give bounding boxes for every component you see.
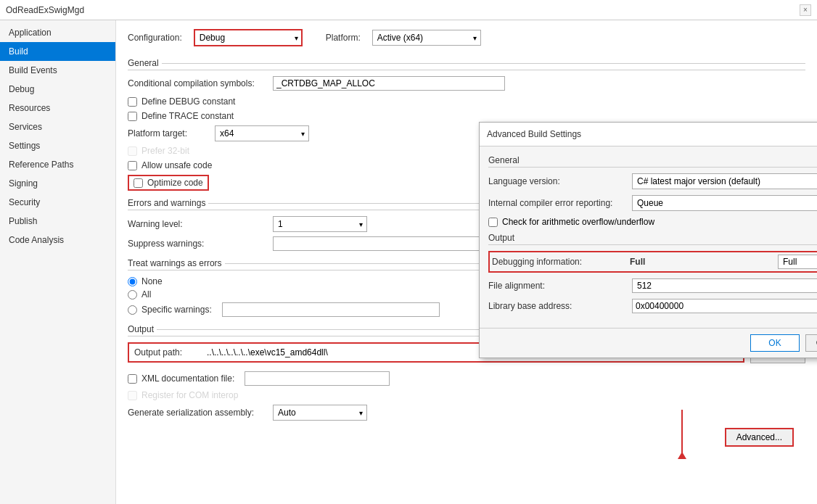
sidebar-item-resources[interactable]: Resources bbox=[0, 99, 115, 117]
conditional-input[interactable] bbox=[273, 76, 505, 91]
platform-select[interactable]: Active (x64) bbox=[372, 30, 481, 46]
output-path-label: Output path: bbox=[131, 347, 204, 358]
language-version-row: Language version: C# latest major versio… bbox=[488, 173, 817, 189]
define-trace-row: Define TRACE constant bbox=[128, 111, 805, 121]
specific-warnings-input[interactable] bbox=[222, 302, 440, 317]
config-row: Configuration: Debug Platform: Active (x… bbox=[128, 29, 805, 46]
specific-label: Specific warnings: bbox=[141, 305, 212, 315]
platform-select-wrapper: Active (x64) bbox=[372, 30, 481, 46]
sidebar: Application Build Build Events Debug Res… bbox=[0, 20, 116, 504]
warning-level-label: Warning level: bbox=[128, 219, 273, 229]
main-panel: Configuration: Debug Platform: Active (x… bbox=[116, 20, 817, 504]
dialog-title-bar: Advanced Build Settings ? × bbox=[480, 123, 817, 146]
file-align-select-wrapper: 512 ▾ bbox=[632, 278, 817, 293]
warning-level-select[interactable]: 1 bbox=[273, 216, 367, 232]
internal-compiler-label: Internal compiler error reporting: bbox=[488, 198, 626, 208]
advanced-build-dialog: Advanced Build Settings ? × General Lang… bbox=[479, 122, 817, 358]
advanced-button[interactable]: Advanced... bbox=[725, 428, 794, 447]
conditional-row: Conditional compilation symbols: bbox=[128, 76, 805, 91]
file-align-label: File alignment: bbox=[488, 281, 626, 291]
arithmetic-row: Check for arithmetic overflow/underflow bbox=[488, 217, 817, 227]
optimize-checkbox[interactable] bbox=[134, 178, 143, 188]
conditional-label: Conditional compilation symbols: bbox=[128, 78, 273, 88]
generate-select[interactable]: Auto bbox=[273, 405, 367, 421]
platform-label: Platform: bbox=[326, 33, 361, 43]
xml-doc-label: XML documentation file: bbox=[141, 373, 234, 384]
dialog-general-header: General bbox=[488, 155, 817, 168]
platform-target-label: Platform target: bbox=[128, 128, 215, 139]
platform-target-select-wrapper: x64 bbox=[215, 125, 309, 141]
dialog-content: General Language version: C# latest majo… bbox=[480, 146, 817, 328]
language-version-select[interactable]: C# latest major version (default) bbox=[632, 173, 817, 189]
optimize-label: Optimize code bbox=[147, 178, 203, 188]
title-bar: OdReadExSwigMgd × bbox=[0, 0, 817, 20]
define-trace-label: Define TRACE constant bbox=[141, 111, 234, 121]
register-com-row: Register for COM interop bbox=[128, 390, 805, 400]
file-align-select[interactable]: 512 bbox=[632, 278, 817, 293]
config-select[interactable]: Debug bbox=[194, 29, 303, 46]
debug-info-row: Debugging information: Full Full ▾ bbox=[488, 251, 817, 273]
define-debug-label: Define DEBUG constant bbox=[141, 96, 235, 107]
ok-button[interactable]: OK bbox=[750, 334, 799, 352]
platform-target-select[interactable]: x64 bbox=[215, 125, 309, 141]
define-trace-checkbox[interactable] bbox=[128, 112, 137, 121]
specific-radio[interactable] bbox=[128, 305, 137, 315]
dialog-footer: OK Cancel bbox=[480, 328, 817, 358]
sidebar-item-application[interactable]: Application bbox=[0, 23, 115, 42]
debug-info-select[interactable]: Full bbox=[778, 255, 817, 269]
dialog-title: Advanced Build Settings bbox=[487, 129, 581, 139]
suppress-warnings-input[interactable] bbox=[273, 236, 505, 251]
dialog-output-section: Output Debugging information: Full Full … bbox=[488, 233, 817, 313]
generate-label: Generate serialization assembly: bbox=[128, 408, 273, 418]
none-label: None bbox=[141, 276, 163, 286]
sidebar-item-signing[interactable]: Signing bbox=[0, 174, 115, 193]
warning-level-select-wrapper: 1 bbox=[273, 216, 367, 232]
xml-doc-checkbox[interactable] bbox=[128, 374, 137, 384]
library-base-input[interactable] bbox=[632, 299, 817, 313]
allow-unsafe-checkbox[interactable] bbox=[128, 161, 137, 170]
sidebar-item-settings[interactable]: Settings bbox=[0, 136, 115, 155]
define-debug-checkbox[interactable] bbox=[128, 97, 137, 107]
title-bar-close-button[interactable]: × bbox=[800, 4, 811, 16]
define-debug-row: Define DEBUG constant bbox=[128, 96, 805, 107]
all-radio[interactable] bbox=[128, 290, 137, 299]
debug-info-label: Debugging information: bbox=[492, 257, 630, 267]
arithmetic-label: Check for arithmetic overflow/underflow bbox=[502, 217, 654, 227]
sidebar-item-services[interactable]: Services bbox=[0, 117, 115, 136]
config-select-wrapper: Debug bbox=[194, 29, 303, 46]
sidebar-item-publish[interactable]: Publish bbox=[0, 212, 115, 231]
language-version-select-wrapper: C# latest major version (default) bbox=[632, 173, 817, 189]
debug-info-select-wrapper: Full ▾ bbox=[778, 255, 817, 269]
sidebar-item-security[interactable]: Security bbox=[0, 193, 115, 212]
generate-row: Generate serialization assembly: Auto bbox=[128, 405, 805, 421]
generate-select-wrapper: Auto bbox=[273, 405, 367, 421]
arithmetic-checkbox[interactable] bbox=[488, 218, 498, 227]
arrow-head bbox=[678, 452, 686, 459]
debug-info-value: Full bbox=[630, 257, 778, 267]
library-base-row: Library base address: bbox=[488, 299, 817, 313]
xml-doc-row: XML documentation file: bbox=[128, 371, 805, 386]
advanced-button-container: Advanced... bbox=[128, 428, 805, 447]
sidebar-item-debug[interactable]: Debug bbox=[0, 80, 115, 99]
library-base-label: Library base address: bbox=[488, 301, 626, 311]
title-bar-text: OdReadExSwigMgd bbox=[6, 5, 800, 15]
sidebar-item-build[interactable]: Build bbox=[0, 42, 115, 61]
cancel-button[interactable]: Cancel bbox=[805, 334, 817, 352]
sidebar-item-code-analysis[interactable]: Code Analysis bbox=[0, 231, 115, 249]
register-com-checkbox bbox=[128, 391, 137, 400]
prefer32-checkbox bbox=[128, 146, 137, 156]
none-radio[interactable] bbox=[128, 277, 137, 286]
all-label: All bbox=[141, 289, 151, 299]
sidebar-item-build-events[interactable]: Build Events bbox=[0, 61, 115, 80]
internal-compiler-select[interactable]: Queue bbox=[632, 195, 817, 211]
language-version-label: Language version: bbox=[488, 176, 626, 186]
internal-compiler-select-wrapper: Queue bbox=[632, 195, 817, 211]
xml-doc-input[interactable] bbox=[245, 371, 390, 386]
optimize-border: Optimize code bbox=[128, 175, 209, 191]
prefer32-label: Prefer 32-bit bbox=[141, 146, 189, 156]
internal-compiler-row: Internal compiler error reporting: Queue bbox=[488, 195, 817, 211]
allow-unsafe-label: Allow unsafe code bbox=[141, 160, 212, 170]
sidebar-item-reference-paths[interactable]: Reference Paths bbox=[0, 155, 115, 174]
config-label: Configuration: bbox=[128, 33, 182, 43]
content-area: Application Build Build Events Debug Res… bbox=[0, 20, 817, 504]
